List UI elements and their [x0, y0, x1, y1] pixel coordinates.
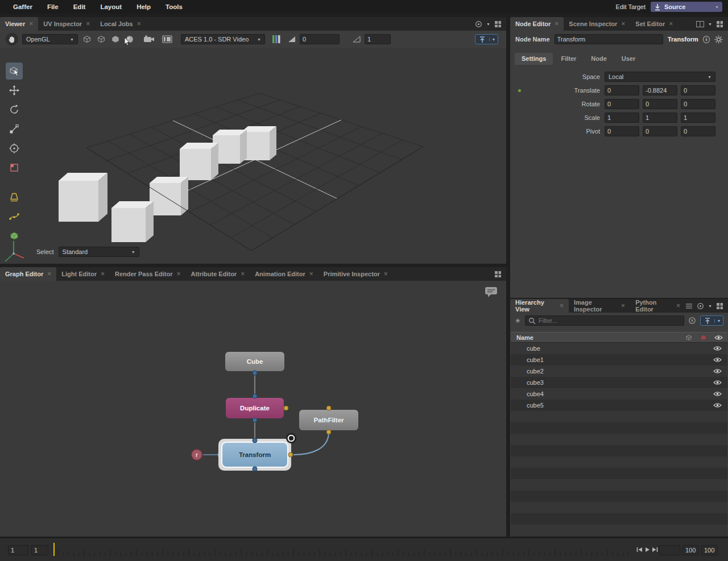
- clear-filter-icon[interactable]: [688, 317, 696, 325]
- edit-target-button[interactable]: Source ▼: [651, 2, 722, 12]
- plug-in-icon[interactable]: [253, 438, 257, 443]
- tab-close-icon[interactable]: ×: [384, 271, 388, 277]
- hierarchy-focus-menu-button[interactable]: ▼: [700, 315, 723, 326]
- tab-close-icon[interactable]: ×: [176, 271, 180, 277]
- eye-icon[interactable]: [713, 346, 722, 351]
- tab-close-icon[interactable]: ×: [309, 271, 313, 277]
- eye-icon[interactable]: [713, 380, 722, 385]
- subtab-node[interactable]: Node: [584, 53, 614, 65]
- scale-tool-button[interactable]: [6, 120, 23, 138]
- tab-close-icon[interactable]: ×: [47, 271, 51, 277]
- tab-node-editor[interactable]: Node Editor×: [510, 17, 564, 31]
- subtab-filter[interactable]: Filter: [554, 53, 583, 65]
- plug-out-icon[interactable]: [326, 430, 331, 434]
- hierarchy-row-cube[interactable]: cube: [511, 343, 727, 354]
- plug-filter-icon[interactable]: [288, 452, 293, 457]
- tab-local-jobs[interactable]: Local Jobs ×: [95, 17, 146, 31]
- menu-tools[interactable]: Tools: [158, 3, 190, 10]
- plug-out-icon[interactable]: [253, 418, 257, 422]
- name-column-header[interactable]: Name: [516, 334, 533, 341]
- tab-graph-editor[interactable]: Graph Editor×: [0, 267, 56, 281]
- light-tool-button[interactable]: [6, 189, 23, 206]
- cube-shaded-icon[interactable]: [110, 34, 121, 44]
- pivot-z-input[interactable]: [681, 126, 715, 136]
- gamma-input[interactable]: [365, 34, 391, 44]
- translate-tool-button[interactable]: [6, 82, 23, 99]
- menu-file[interactable]: File: [40, 3, 66, 10]
- tab-attribute-editor[interactable]: Attribute Editor×: [185, 267, 250, 281]
- rotate-y-input[interactable]: [643, 99, 677, 109]
- tab-close-icon[interactable]: ×: [29, 20, 33, 27]
- layout-grid-icon[interactable]: [494, 271, 502, 278]
- keyframe-dot-icon[interactable]: [518, 89, 521, 92]
- play-icon[interactable]: [645, 547, 650, 552]
- cube-wireframe-icon[interactable]: [82, 34, 92, 44]
- filter-input[interactable]: [539, 317, 681, 324]
- tab-close-icon[interactable]: ×: [86, 20, 90, 27]
- skip-end-icon[interactable]: [652, 547, 658, 552]
- tab-viewer[interactable]: Viewer ×: [0, 17, 38, 31]
- tab-close-icon[interactable]: ×: [621, 302, 625, 309]
- translate-y-input[interactable]: [643, 85, 677, 95]
- eye-icon[interactable]: [713, 368, 722, 374]
- tab-close-icon[interactable]: ×: [555, 20, 559, 27]
- tab-close-icon[interactable]: ×: [241, 271, 245, 277]
- rotate-z-input[interactable]: [681, 99, 715, 109]
- hierarchy-row-cube2[interactable]: cube2: [511, 365, 727, 377]
- list-icon[interactable]: [685, 303, 693, 309]
- exposure-input[interactable]: [300, 34, 340, 44]
- tab-python-editor[interactable]: Python Editor×: [630, 299, 685, 313]
- tab-uv-inspector[interactable]: UV Inspector ×: [38, 17, 95, 31]
- tab-close-icon[interactable]: ×: [676, 302, 680, 309]
- scale-y-input[interactable]: [643, 113, 677, 123]
- info-icon[interactable]: i: [703, 36, 710, 43]
- menu-gaffer[interactable]: Gaffer: [6, 3, 40, 10]
- layout-grid-icon[interactable]: [716, 302, 723, 310]
- start-frame-input[interactable]: [8, 545, 28, 555]
- hierarchy-row-cube3[interactable]: cube3: [511, 377, 727, 388]
- scene-cube-column-icon[interactable]: [685, 334, 693, 342]
- tab-scene-inspector[interactable]: Scene Inspector×: [564, 17, 630, 31]
- display-transform-select[interactable]: ACES 1.0 - SDR Video ▼: [181, 34, 265, 44]
- end-frame-input[interactable]: [701, 545, 718, 555]
- node-transform[interactable]: Transform: [218, 439, 291, 471]
- current-frame-input[interactable]: [659, 545, 680, 555]
- tab-close-icon[interactable]: ×: [669, 20, 673, 27]
- select-tool-button[interactable]: [6, 63, 23, 80]
- plug-in-icon[interactable]: [253, 394, 257, 398]
- node-name-input[interactable]: [555, 34, 663, 44]
- pivot-y-input[interactable]: [643, 126, 677, 136]
- tab-hierarchy-view[interactable]: Hierarchy View×: [510, 299, 569, 313]
- subtab-user[interactable]: User: [615, 53, 642, 65]
- menu-layout[interactable]: Layout: [93, 3, 129, 10]
- target-icon[interactable]: [697, 302, 704, 310]
- menu-help[interactable]: Help: [129, 3, 158, 10]
- curve-tool-button[interactable]: [6, 208, 23, 225]
- tab-image-inspector[interactable]: Image Inspector×: [569, 299, 630, 313]
- select-mode-select[interactable]: Standard ▼: [59, 247, 139, 257]
- dropdown-arrow-icon[interactable]: ▼: [708, 304, 712, 308]
- filter-search-box[interactable]: [525, 315, 684, 326]
- node-cube[interactable]: Cube: [225, 352, 284, 371]
- visibility-column-icon[interactable]: [714, 335, 723, 340]
- star-icon[interactable]: ★: [515, 317, 521, 325]
- connection-pathfilter-transform[interactable]: [293, 432, 329, 455]
- cube-select-icon[interactable]: [96, 34, 106, 44]
- tab-close-icon[interactable]: ×: [621, 20, 625, 27]
- crop-tool-button[interactable]: [6, 159, 23, 176]
- eye-icon[interactable]: [713, 402, 722, 408]
- plug-filter-icon[interactable]: [284, 406, 288, 410]
- translate-x-input[interactable]: [605, 85, 639, 95]
- tab-close-icon[interactable]: ×: [101, 271, 105, 277]
- dropdown-arrow-icon[interactable]: ▼: [708, 22, 712, 26]
- exposure-icon[interactable]: [288, 36, 296, 43]
- tab-primitive-inspector[interactable]: Primitive Inspector×: [318, 267, 393, 281]
- pan-hand-button[interactable]: [6, 33, 18, 45]
- rotate-tool-button[interactable]: [6, 101, 23, 118]
- skip-start-icon[interactable]: [636, 547, 643, 552]
- renderer-select[interactable]: OpenGL ▼: [22, 34, 78, 44]
- tab-render-pass-editor[interactable]: Render Pass Editor×: [110, 267, 186, 281]
- dropdown-arrow-icon[interactable]: ▼: [486, 22, 490, 26]
- translate-z-input[interactable]: [681, 85, 715, 95]
- space-select[interactable]: Local ▼: [605, 72, 715, 82]
